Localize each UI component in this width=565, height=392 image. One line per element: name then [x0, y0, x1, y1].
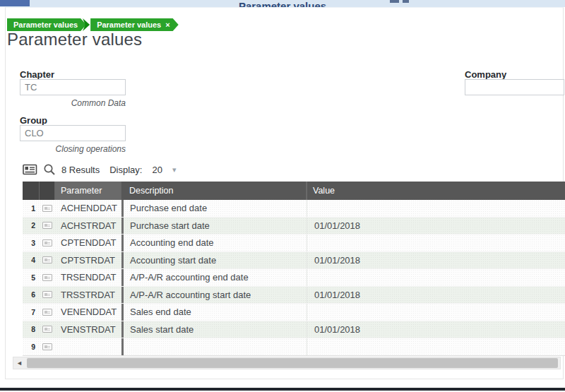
row-number[interactable]: 5 [23, 269, 40, 286]
company-field[interactable] [465, 79, 564, 95]
row-detail-cell[interactable] [40, 234, 55, 251]
display-value: 20 [152, 165, 162, 175]
scrollbar-thumb[interactable] [27, 358, 558, 368]
cell-parameter: VENSTRDAT [55, 321, 121, 338]
cell-value: 01/01/2018 [307, 252, 565, 269]
page-title: Parameter values [7, 30, 142, 49]
window-clipped-title: Parameter values [212, 0, 353, 7]
cell-value: 01/01/2018 [307, 321, 565, 338]
cell-description: Sales end date [124, 304, 307, 321]
row-detail-cell[interactable] [40, 200, 55, 217]
chapter-hint: Common Data [20, 98, 126, 108]
breadcrumb-tab-label: Parameter values [97, 20, 161, 29]
row-number[interactable]: 8 [23, 321, 40, 338]
row-detail-cell[interactable] [40, 287, 55, 304]
cell-description: A/P-A/R accounting end date [124, 269, 307, 286]
row-number[interactable]: 9 [23, 338, 40, 355]
table-row[interactable]: 6 TRSSTRDAT A/P-A/R accounting start dat… [23, 287, 565, 304]
row-detail-cell[interactable] [40, 252, 55, 269]
card-detail-icon[interactable] [42, 256, 52, 263]
table-row[interactable]: 1 ACHENDDAT Purchase end date [23, 200, 565, 218]
cell-description [124, 338, 307, 355]
cell-description: A/P-A/R accounting start date [124, 287, 307, 304]
group-hint: Closing operations [20, 144, 126, 154]
window-top-left-block [0, 0, 30, 6]
cell-value: 01/01/2018 [307, 218, 565, 234]
row-action-column-header [40, 182, 55, 200]
scroll-left-arrow-icon[interactable]: ◄ [13, 357, 25, 369]
table-header-row: Parameter Description Value [23, 182, 565, 200]
window-top-strip: Parameter values [0, 0, 565, 7]
card-detail-icon[interactable] [42, 291, 52, 298]
table-row[interactable]: 3 CPTENDDAT Accounting end date [23, 234, 565, 252]
table-row[interactable]: 5 TRSENDDAT A/P-A/R accounting end date [23, 269, 565, 287]
window-bottom-edge [0, 388, 565, 391]
cell-value [307, 234, 565, 251]
cell-description: Accounting start date [124, 252, 307, 269]
card-detail-icon[interactable] [42, 205, 52, 212]
row-number[interactable]: 1 [23, 200, 40, 217]
card-detail-icon[interactable] [42, 309, 52, 316]
breadcrumb-tab-label: Parameter values [13, 20, 78, 29]
row-number[interactable]: 7 [23, 304, 40, 321]
chevron-down-icon: ▾ [172, 165, 177, 174]
cell-description: Purchase start date [124, 218, 307, 234]
chapter-label: Chapter [20, 69, 54, 80]
table-row[interactable]: 4 CPTSTRDAT Accounting start date 01/01/… [23, 252, 565, 270]
card-detail-icon[interactable] [42, 343, 52, 350]
cell-description: Sales start date [124, 321, 307, 338]
table-row[interactable]: 7 VENENDDAT Sales end date [23, 304, 565, 321]
table-row[interactable]: 2 ACHSTRDAT Purchase start date 01/01/20… [23, 218, 565, 235]
row-number[interactable]: 2 [23, 218, 40, 234]
close-icon[interactable]: × [165, 20, 170, 29]
card-detail-icon[interactable] [42, 326, 52, 333]
cell-value [307, 338, 565, 355]
column-header-value[interactable]: Value [307, 182, 565, 200]
row-detail-cell[interactable] [40, 218, 55, 234]
card-detail-icon[interactable] [42, 274, 52, 281]
table-row[interactable]: 8 VENSTRDAT Sales start date 01/01/2018 [23, 321, 565, 339]
cell-parameter: VENENDDAT [55, 304, 121, 321]
cell-parameter [55, 338, 121, 355]
company-label: Company [465, 69, 506, 80]
cell-parameter: CPTENDDAT [55, 234, 121, 251]
column-header-description[interactable]: Description [124, 182, 307, 200]
window-top-mark [403, 0, 409, 3]
column-header-parameter[interactable]: Parameter [55, 182, 121, 200]
row-detail-cell[interactable] [40, 321, 55, 338]
card-view-icon[interactable] [23, 164, 37, 175]
table-row[interactable]: 9 [23, 338, 565, 356]
row-number[interactable]: 6 [23, 287, 40, 304]
display-count-dropdown[interactable]: 20 ▾ [152, 165, 176, 175]
cell-parameter: CPTSTRDAT [55, 252, 121, 269]
cell-parameter: TRSSTRDAT [55, 287, 121, 304]
results-table: Parameter Description Value 1 ACHENDDAT … [23, 182, 565, 356]
display-label: Display: [109, 165, 142, 175]
card-detail-icon[interactable] [42, 222, 52, 229]
cell-value [307, 269, 565, 286]
cell-value [307, 200, 565, 217]
chapter-field[interactable] [20, 79, 126, 95]
results-count: 8 Results [61, 165, 100, 175]
cell-parameter: ACHSTRDAT [55, 218, 121, 234]
row-detail-cell[interactable] [40, 304, 55, 321]
window-top-mark [390, 0, 399, 3]
cell-parameter: TRSENDDAT [55, 269, 121, 286]
row-number[interactable]: 4 [23, 252, 40, 269]
cell-value: 01/01/2018 [307, 287, 565, 304]
group-field[interactable] [20, 125, 126, 141]
horizontal-scrollbar[interactable]: ◄ [13, 357, 561, 369]
cell-description: Accounting end date [124, 234, 307, 251]
card-detail-icon[interactable] [42, 239, 52, 247]
row-detail-cell[interactable] [40, 338, 55, 355]
cell-description: Purchase end date [124, 200, 307, 217]
row-number-column-header [23, 182, 40, 200]
table-body: 1 ACHENDDAT Purchase end date 2 ACHSTRDA… [23, 200, 565, 356]
group-label: Group [20, 115, 47, 126]
search-icon[interactable] [43, 163, 56, 176]
cell-parameter: ACHENDDAT [55, 200, 121, 217]
row-number[interactable]: 3 [23, 234, 40, 251]
cell-value [307, 304, 565, 321]
row-detail-cell[interactable] [40, 269, 55, 286]
grid-toolbar: 8 Results Display: 20 ▾ [23, 162, 176, 177]
